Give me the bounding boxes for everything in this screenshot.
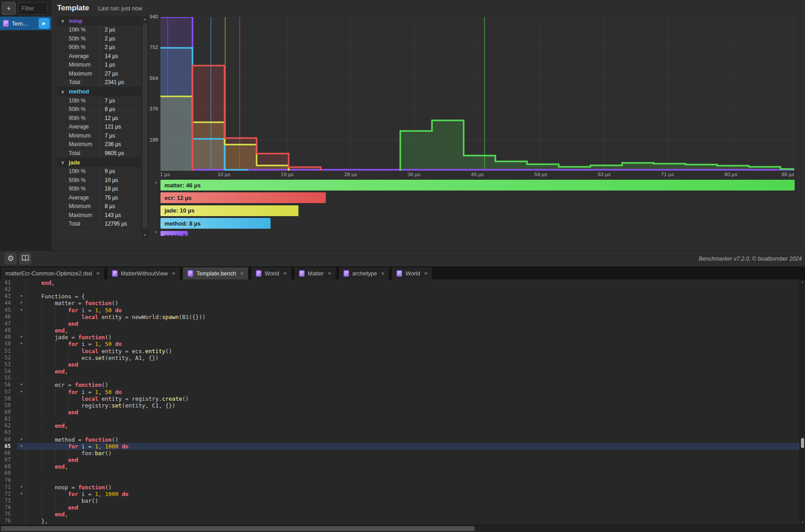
- code-line[interactable]: 47end: [0, 320, 800, 327]
- code-line[interactable]: 46local entity = newWorld:spawn(B1({})): [0, 314, 800, 320]
- horizontal-scrollbar-thumb[interactable]: [1, 526, 475, 531]
- fold-icon[interactable]: ▼: [17, 341, 26, 347]
- editor-horizontal-scrollbar[interactable]: [0, 525, 805, 532]
- tab-matter[interactable]: Matter×: [294, 267, 336, 279]
- tab-template-bench[interactable]: Template.bench×: [183, 267, 248, 279]
- code-editor[interactable]: 41end,4243▼Functions = {44▼matter = func…: [0, 279, 800, 525]
- script-icon: [112, 270, 118, 277]
- code-token: 50: [105, 307, 112, 314]
- tab-archetype[interactable]: archetype×: [339, 267, 389, 279]
- code-line[interactable]: 44▼matter = function(): [0, 300, 800, 306]
- scroll-down-icon[interactable]: ▼: [153, 231, 159, 234]
- fold-icon[interactable]: ▼: [17, 300, 26, 306]
- legend-item-ecr[interactable]: ecr: 12 µs: [160, 192, 326, 203]
- code-token: end: [68, 361, 78, 368]
- code-line[interactable]: 71▼noop = function(): [0, 484, 800, 491]
- section-header-jade[interactable]: ∨jade: [57, 158, 141, 167]
- code-line[interactable]: 75end,: [0, 511, 800, 518]
- code-line[interactable]: 64▼method = function(): [0, 436, 800, 443]
- code-line[interactable]: 57▼for i = 1, 50 do: [0, 389, 800, 395]
- docs-button[interactable]: [19, 253, 31, 265]
- code-text: end,: [26, 279, 800, 286]
- stat-label: 10th %: [57, 167, 100, 176]
- code-line[interactable]: 56▼ecr = function(): [0, 381, 800, 388]
- code-line[interactable]: 63: [0, 429, 800, 436]
- stat-row: 10th %2 µs: [57, 26, 141, 35]
- indent-guide: [41, 389, 55, 395]
- code-line[interactable]: 45▼for i = 1, 50 do: [0, 307, 800, 314]
- legend-item-jade[interactable]: jade: 10 µs: [160, 205, 298, 216]
- stat-value: 121 µs: [100, 123, 141, 131]
- code-token: noop =: [55, 484, 78, 491]
- fold-icon[interactable]: ▼: [17, 381, 26, 388]
- code-line[interactable]: 59registry:set(entity, C1, {}): [0, 402, 800, 409]
- code-line[interactable]: 53end: [0, 361, 800, 368]
- filter-input[interactable]: [18, 2, 48, 15]
- code-line[interactable]: 42: [0, 286, 800, 293]
- close-icon[interactable]: ×: [172, 270, 175, 277]
- tab-world[interactable]: World×: [251, 267, 291, 279]
- scroll-up-icon[interactable]: ▲: [153, 181, 159, 184]
- legend-item-noop[interactable]: noop: 2 µs: [160, 231, 188, 236]
- fold-icon[interactable]: ▼: [17, 443, 26, 450]
- close-icon[interactable]: ×: [96, 270, 100, 277]
- code-line[interactable]: 50▼for i = 1, 50 do: [0, 341, 800, 347]
- code-line[interactable]: 73bar(): [0, 497, 800, 504]
- code-line[interactable]: 74end: [0, 504, 800, 511]
- code-line[interactable]: 65▼for i = 1, 1000 do: [0, 443, 800, 450]
- code-line[interactable]: 58local entity = registry.create(): [0, 395, 800, 402]
- close-icon[interactable]: ×: [424, 270, 428, 277]
- fold-icon[interactable]: ▼: [17, 389, 26, 395]
- fold-icon[interactable]: ▼: [17, 334, 26, 341]
- code-line[interactable]: 51local entity = ecs.entity(): [0, 348, 800, 355]
- fold-icon[interactable]: ▼: [17, 293, 26, 300]
- fold-icon[interactable]: ▼: [17, 436, 26, 443]
- close-icon[interactable]: ×: [240, 270, 244, 277]
- close-icon[interactable]: ×: [381, 270, 385, 277]
- vertical-scrollbar-thumb[interactable]: [801, 438, 804, 448]
- fold-icon[interactable]: ▼: [17, 484, 26, 491]
- scroll-up-icon[interactable]: ▲: [800, 280, 805, 284]
- close-icon[interactable]: ×: [283, 270, 287, 277]
- close-icon[interactable]: ×: [328, 270, 331, 277]
- indent-guide: [55, 443, 68, 450]
- code-line[interactable]: 67end: [0, 457, 800, 463]
- tab-matterwithoutview[interactable]: MatterWithoutView×: [107, 267, 180, 279]
- code-line[interactable]: 68end,: [0, 463, 800, 470]
- code-line[interactable]: 61: [0, 416, 800, 422]
- section-header-noop[interactable]: ∨noop: [57, 16, 141, 26]
- settings-button[interactable]: ⚙: [4, 253, 17, 265]
- code-line[interactable]: 76},: [0, 518, 800, 524]
- tab-world[interactable]: World×: [392, 267, 432, 279]
- code-line[interactable]: 41end,: [0, 279, 800, 286]
- code-line[interactable]: 72▼for i = 1, 1000 do: [0, 491, 800, 497]
- code-line[interactable]: 60end: [0, 409, 800, 416]
- code-line[interactable]: 52ecs.set(entity, A1, {}): [0, 355, 800, 361]
- legend-scrollbar[interactable]: ▲ ▼: [153, 180, 159, 235]
- editor-vertical-scrollbar[interactable]: ▲ ▼: [800, 279, 805, 525]
- code-line[interactable]: 55: [0, 375, 800, 381]
- add-benchmark-button[interactable]: +: [2, 2, 16, 15]
- code-line[interactable]: 49▼jade = function(): [0, 334, 800, 341]
- scroll-down-icon[interactable]: ▼: [141, 234, 149, 237]
- run-benchmark-button[interactable]: ▶: [39, 18, 49, 29]
- code-line[interactable]: 69: [0, 470, 800, 477]
- tab-label: World: [265, 270, 279, 277]
- code-line[interactable]: 48end,: [0, 327, 800, 334]
- code-token: for: [68, 341, 78, 347]
- indent-guide: [41, 491, 55, 497]
- code-line[interactable]: 54end,: [0, 368, 800, 375]
- stats-scrollbar-thumb[interactable]: [142, 23, 147, 229]
- fold-icon[interactable]: ▼: [17, 491, 26, 497]
- legend-item-matter[interactable]: matter: 46 µs: [160, 180, 795, 191]
- benchmark-list-item-template[interactable]: Tem… ▶: [0, 17, 51, 30]
- section-header-method[interactable]: ∨method: [57, 87, 141, 97]
- code-line[interactable]: 70: [0, 477, 800, 484]
- code-line[interactable]: 43▼Functions = {: [0, 293, 800, 300]
- tab-matterecr-common-optimize2-rbxl[interactable]: matterEcr-Common-Optimize2.rbxl×: [1, 267, 104, 279]
- code-line[interactable]: 66foo:bar(): [0, 450, 800, 457]
- fold-icon[interactable]: ▼: [17, 307, 26, 314]
- code-line[interactable]: 62end,: [0, 422, 800, 429]
- scroll-down-icon[interactable]: ▼: [800, 521, 805, 524]
- legend-item-method[interactable]: method: 8 µs: [160, 218, 271, 229]
